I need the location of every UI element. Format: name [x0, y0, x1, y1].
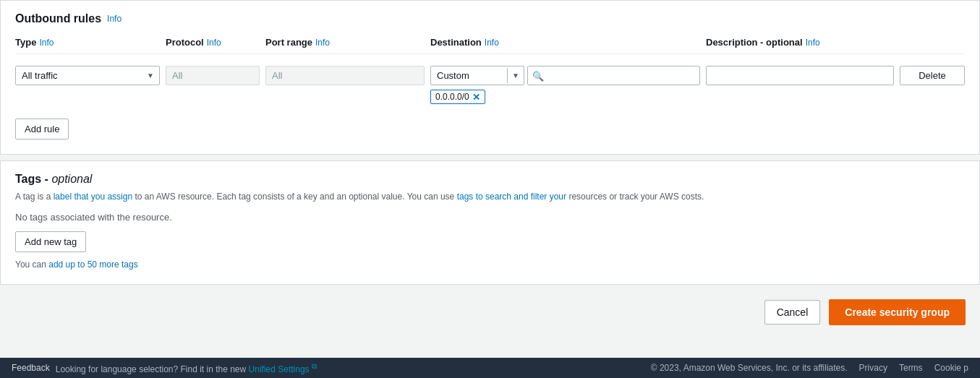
destination-type-dropdown-icon[interactable]: ▼ — [507, 68, 524, 83]
tags-title: Tags - optional — [15, 173, 965, 186]
col-protocol: Protocol Info — [166, 37, 260, 48]
destination-type-text: Custom — [431, 66, 507, 85]
col-destination: Destination Info — [430, 37, 700, 48]
type-select-wrapper: All traffic Custom TCP Custom UDP All TC… — [15, 66, 160, 85]
destination-type-select[interactable]: Custom ▼ — [430, 66, 524, 85]
tags-use-link[interactable]: tags to search and filter your — [457, 192, 566, 202]
protocol-info-link[interactable]: Info — [207, 38, 221, 48]
type-info-link[interactable]: Info — [39, 38, 54, 48]
destination-row: Custom ▼ 🔍 — [430, 66, 700, 85]
cancel-button[interactable]: Cancel — [764, 300, 821, 325]
tags-section: Tags - optional A tag is a label that yo… — [0, 160, 980, 285]
delete-button[interactable]: Delete — [900, 66, 965, 85]
port-range-info-link[interactable]: Info — [315, 38, 330, 48]
protocol-cell — [166, 66, 260, 85]
destination-tag-row: 0.0.0.0/0 ✕ — [430, 90, 700, 104]
outbound-rules-title: Outbound rules Info — [15, 12, 965, 25]
tags-label-link[interactable]: label that you assign — [54, 192, 132, 202]
table-row: All traffic Custom TCP Custom UDP All TC… — [15, 60, 965, 110]
type-cell: All traffic Custom TCP Custom UDP All TC… — [15, 66, 160, 85]
tags-more-text: You can add up to 50 more tags — [15, 259, 138, 270]
table-header: Type Info Protocol Info Port range Info … — [15, 37, 965, 54]
add-new-tag-button[interactable]: Add new tag — [15, 231, 86, 252]
add-rule-button[interactable]: Add rule — [15, 119, 69, 139]
main-content: Outbound rules Info Type Info Protocol I… — [0, 0, 980, 334]
destination-cell: Custom ▼ 🔍 0.0.0.0/0 ✕ — [430, 66, 700, 104]
outbound-rules-info-link[interactable]: Info — [107, 14, 122, 24]
footer-actions: Cancel Create security group — [0, 291, 980, 334]
col-delete-placeholder — [900, 37, 965, 48]
outbound-rules-heading: Outbound rules — [15, 12, 101, 25]
create-security-group-button[interactable]: Create security group — [829, 299, 966, 325]
search-icon: 🔍 — [532, 70, 544, 81]
destination-tag-chip: 0.0.0.0/0 ✕ — [430, 90, 485, 104]
destination-tag-remove-icon[interactable]: ✕ — [472, 93, 480, 102]
protocol-input — [166, 66, 260, 85]
type-select[interactable]: All traffic Custom TCP Custom UDP All TC… — [15, 66, 160, 85]
description-input[interactable] — [706, 66, 894, 85]
description-cell — [706, 66, 894, 85]
outbound-rules-section: Outbound rules Info Type Info Protocol I… — [0, 0, 980, 155]
col-port-range: Port range Info — [265, 37, 425, 48]
destination-tag-value: 0.0.0.0/0 — [435, 92, 469, 102]
delete-cell: Delete — [900, 66, 965, 85]
port-range-input — [265, 66, 425, 85]
add-up-to-link[interactable]: add up to 50 more tags — [48, 259, 137, 270]
port-range-cell — [265, 66, 425, 85]
destination-search-wrapper: 🔍 — [527, 66, 700, 85]
destination-info-link[interactable]: Info — [485, 38, 499, 48]
col-type: Type Info — [15, 37, 160, 48]
col-description: Description - optional Info — [706, 37, 894, 48]
no-tags-text: No tags associated with the resource. — [15, 212, 965, 223]
tags-description: A tag is a label that you assign to an A… — [15, 190, 965, 203]
tags-optional-label: optional — [51, 173, 92, 185]
description-info-link[interactable]: Info — [806, 38, 820, 48]
destination-search-input[interactable] — [527, 66, 700, 85]
